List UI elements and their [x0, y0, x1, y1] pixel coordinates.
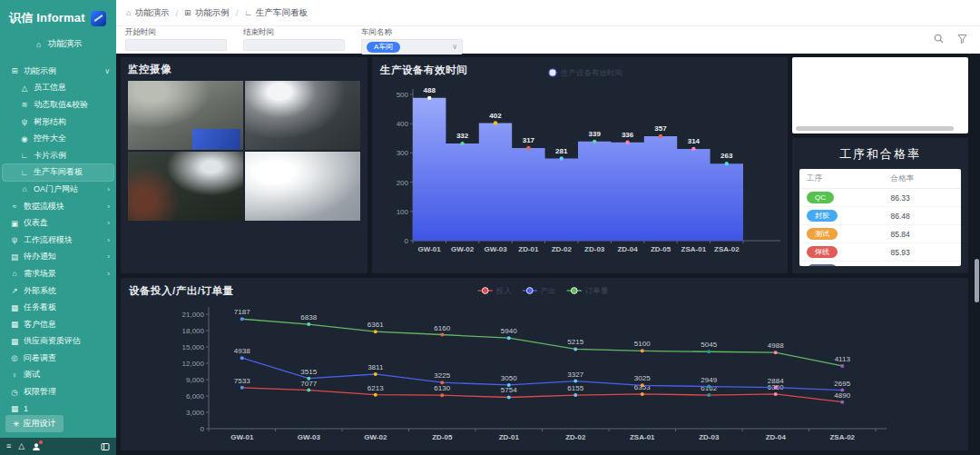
svg-text:402: 402 [489, 112, 502, 120]
sidebar-item-controls[interactable]: ◉控件大全 [0, 130, 116, 147]
sidebar-item-employee-info[interactable]: △员工信息 [0, 80, 116, 97]
sidebar-item-label: 控件大全 [34, 133, 110, 144]
svg-text:GW-02: GW-02 [364, 433, 387, 441]
workshop-select[interactable]: A车间 ∨ [361, 39, 463, 54]
collapse-sidebar-icon[interactable] [101, 442, 110, 451]
breadcrumb-item[interactable]: ⌂功能演示 [126, 7, 169, 19]
sidebar-item-oa-portal[interactable]: ⌂OA门户网站› [0, 181, 116, 198]
sidebar-item-home[interactable]: ⌂ 功能演示 [0, 30, 116, 59]
svg-text:生产设备有效时间: 生产设备有效时间 [561, 68, 622, 77]
sidebar-item-label: 生产车间看板 [34, 166, 107, 178]
sidebar-menu: ⊞功能示例∨△员工信息≋动态取值&校验ψ树形结构◉控件大全∟卡片示例∟生产车间看… [0, 59, 116, 455]
process-rate-table: 工序 合格率 QC86.33封胶86.48测试85.84焊线85.93贴片85.… [799, 169, 961, 266]
sidebar-item-workshop-dashboard[interactable]: ∟生产车间看板 [3, 164, 113, 182]
dashboard-content: 监控摄像 生产设备有效时间 生产设备有效时间0100200300400500GW… [116, 54, 980, 455]
svg-text:ZSA-02: ZSA-02 [714, 245, 740, 253]
svg-text:332: 332 [456, 132, 469, 140]
logo[interactable]: 识信 Informat [0, 0, 116, 30]
menu-icon[interactable]: ≡ [6, 442, 11, 450]
sidebar-item-dynamic-values[interactable]: ≋动态取值&校验 [0, 96, 116, 114]
gauge-icon: ▣ [10, 219, 19, 228]
sidebar-item-label: OA门户网站 [34, 183, 103, 195]
sidebar-item-external-systems[interactable]: ↗外部系统 [0, 282, 116, 300]
breadcrumb-item[interactable]: ∟生产车间看板 [244, 7, 308, 19]
camera-grid [128, 81, 360, 221]
svg-text:5215: 5215 [567, 338, 583, 346]
svg-text:7077: 7077 [300, 380, 317, 388]
svg-text:6155: 6155 [567, 384, 583, 392]
camera-feed-1[interactable] [128, 81, 243, 150]
svg-text:7533: 7533 [234, 377, 250, 385]
user-icon[interactable] [32, 442, 41, 451]
svg-text:21,000: 21,000 [182, 311, 205, 319]
svg-text:4988: 4988 [768, 341, 784, 350]
sidebar-item-data-flow[interactable]: ≈数据流模块› [0, 198, 116, 215]
camera-feed-4[interactable] [245, 152, 360, 221]
sidebar-item-todo-notice[interactable]: ▤待办通知› [0, 249, 116, 266]
design-icon: ✳ [13, 420, 20, 429]
clock-icon: ◷ [10, 388, 19, 397]
chevron-down-icon: ∨ [104, 67, 110, 75]
waves-icon: ≈ [10, 202, 19, 211]
svg-text:18,000: 18,000 [182, 327, 205, 335]
chevron-right-icon: › [107, 185, 110, 193]
col-process: 工序 [799, 169, 884, 189]
breadcrumb-item[interactable]: ⊞功能示例 [184, 7, 230, 19]
io-chart-panel: 设备投入/产出/订单量 投入产出订单量03,0006,0009,00012,00… [121, 278, 968, 450]
filter-funnel-icon[interactable] [957, 34, 967, 44]
sidebar-item-survey[interactable]: ◎问卷调查 [0, 350, 116, 367]
svg-text:ZD-01: ZD-01 [499, 433, 520, 441]
process-rate-panel: 工序和合格率 工序 合格率 QC86.33封胶86.48测试85.84焊线85.… [792, 138, 968, 273]
svg-text:200: 200 [397, 179, 409, 187]
sidebar-item-feature-examples[interactable]: ⊞功能示例∨ [0, 63, 116, 80]
camera-feed-3[interactable] [128, 152, 243, 221]
sidebar-item-permission[interactable]: ◷权限管理 [0, 383, 116, 401]
search-icon[interactable] [934, 34, 944, 44]
sidebar-item-label: 数据流模块 [24, 201, 103, 213]
sidebar-item-supplier-assessment[interactable]: ▦供应商资质评估 [0, 333, 116, 351]
sidebar-item-dashboard[interactable]: ▣仪表盘› [0, 214, 116, 232]
workshop-tag: A车间 [367, 42, 400, 53]
svg-text:4890: 4890 [834, 391, 850, 400]
sidebar-footer: ≡ △ [0, 438, 116, 455]
start-time-input[interactable] [125, 39, 227, 51]
chevron-right-icon: › [107, 203, 110, 211]
sidebar-item-label: 卡片示例 [34, 150, 110, 162]
alert-icon[interactable]: △ [18, 442, 24, 450]
camera-feed-2[interactable] [245, 81, 360, 150]
app-root: 识信 Informat ⌂ 功能演示 ⊞功能示例∨△员工信息≋动态取值&校验ψ树… [0, 0, 980, 455]
sidebar-item-label: 功能示例 [24, 65, 100, 77]
sidebar-item-task-board[interactable]: ▦任务看板 [0, 299, 116, 316]
sidebar-item-workflow[interactable]: ψ工作流程模块› [0, 232, 116, 249]
home-icon: ⌂ [34, 40, 44, 49]
svg-text:400: 400 [397, 120, 409, 128]
svg-text:2695: 2695 [834, 380, 850, 388]
board-icon: ▦ [10, 337, 19, 346]
sidebar-item-label: 供应商资质评估 [24, 335, 110, 347]
svg-text:12,000: 12,000 [182, 360, 205, 368]
rate-value: 85.93 [884, 243, 961, 262]
workshop-label: 车间名称 [361, 27, 463, 37]
toolbar-icons [934, 34, 967, 44]
svg-text:ZSA-01: ZSA-01 [681, 245, 707, 253]
svg-text:产出: 产出 [541, 286, 556, 295]
vertical-scrollbar-thumb[interactable] [975, 259, 979, 302]
svg-text:GW-01: GW-01 [230, 433, 254, 441]
io-chart[interactable]: 投入产出订单量03,0006,0009,00012,00015,00018,00… [121, 278, 968, 452]
sidebar-item-demand-scenes[interactable]: ⌂需求场景› [0, 265, 116, 282]
sidebar-item-test[interactable]: ♀测试 [0, 367, 116, 384]
notification-badge [39, 440, 43, 444]
sidebar-item-customer-info[interactable]: ▦客户信息 [0, 316, 116, 333]
right-column: 工序和合格率 工序 合格率 QC86.33封胶86.48测试85.84焊线85.… [792, 57, 968, 273]
monitor-title: 监控摄像 [128, 63, 360, 76]
sidebar-item-label: 问卷调查 [24, 352, 110, 364]
device-time-chart[interactable]: 生产设备有效时间0100200300400500GW-01GW-02GW-03Z… [372, 57, 788, 273]
horizontal-scrollbar[interactable] [796, 126, 954, 131]
svg-text:投入: 投入 [495, 286, 513, 295]
sidebar-item-tree-structure[interactable]: ψ树形结构 [0, 114, 116, 131]
svg-text:6213: 6213 [368, 384, 384, 392]
process-tag: 测试 [807, 228, 838, 240]
end-time-input[interactable] [243, 39, 345, 51]
sidebar-item-card-examples[interactable]: ∟卡片示例 [0, 147, 116, 164]
apply-design-button[interactable]: ✳ 应用设计 [5, 415, 64, 432]
